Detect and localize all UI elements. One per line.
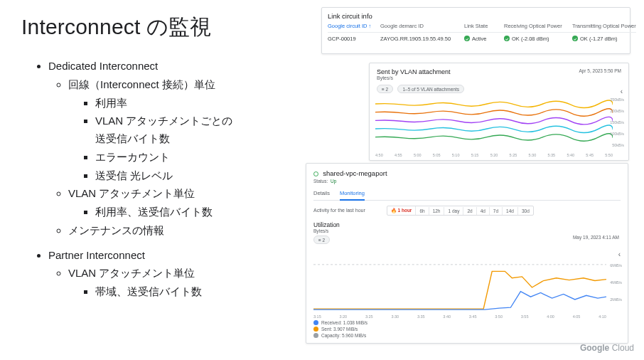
timestamp: May 19, 2023 4:11 AM — [573, 235, 619, 240]
link-circuit-info-card: Link circuit info Google circuit ID ↑ Go… — [321, 7, 630, 54]
range-option[interactable]: 6h — [416, 207, 429, 215]
text: Partner Interconnect — [48, 249, 145, 261]
card-title: Link circuit info — [328, 12, 624, 20]
slide-title: Interconnect の監視 — [21, 13, 212, 42]
y-tick: 6MiB/s — [610, 263, 622, 268]
vlan-chart — [375, 99, 613, 149]
range-option[interactable]: 4d — [477, 207, 490, 215]
status-dot-icon — [313, 171, 318, 176]
x-tick: 5:15 — [471, 153, 479, 157]
chevron-left-icon[interactable]: ‹ — [621, 88, 623, 95]
text: VLAN アタッチメント単位 — [68, 267, 195, 279]
text: OK (-2.08 dBm) — [512, 36, 549, 42]
text: Cloud — [612, 343, 634, 353]
x-tick: 4:10 — [599, 314, 606, 319]
tab-monitoring[interactable]: Monitoring — [340, 188, 365, 201]
y-tick: 2MiB/s — [610, 297, 622, 302]
range-option[interactable]: 12h — [429, 207, 445, 215]
x-tick: 5:10 — [452, 153, 460, 157]
google-cloud-logo: Google Cloud — [580, 343, 634, 353]
graph-title: Utilization — [313, 221, 621, 228]
x-tick: 3:55 — [521, 314, 529, 319]
cell-tx: OK (-1.27 dBm) — [572, 36, 636, 42]
col-tx-power[interactable]: Transmitting Optical Power — [572, 23, 636, 29]
y-tick: 250kB/s — [610, 97, 624, 102]
legend-item: Capacity: 5.960 MiB/s — [313, 332, 367, 339]
chevron-left-icon[interactable]: ‹ — [618, 250, 621, 258]
col-rx-power[interactable]: Receiving Optical Power — [504, 23, 572, 29]
check-icon — [504, 36, 510, 41]
item: VLAN アタッチメントごとの 送受信バイト数 — [95, 112, 306, 148]
text: Google — [580, 343, 609, 353]
y-tick: 200kB/s — [610, 109, 624, 113]
legend-item: Sent: 3.907 MiB/s — [313, 326, 367, 332]
item: エラーカウント — [95, 149, 306, 166]
col-circuit-id[interactable]: Google circuit ID ↑ — [328, 23, 380, 29]
resource-header: shared-vpc-megaport — [313, 169, 621, 177]
filter-button[interactable]: ≡ 2 — [313, 235, 330, 244]
x-tick: 4:55 — [395, 153, 402, 157]
tab-details[interactable]: Details — [313, 188, 330, 200]
x-tick: 3:50 — [495, 314, 503, 319]
x-tick: 5:45 — [586, 153, 594, 157]
x-tick: 3:25 — [365, 314, 373, 319]
range-option[interactable]: 🔥 1 hour — [387, 206, 417, 215]
x-tick: 5:00 — [414, 153, 422, 157]
x-tick: 5:30 — [529, 153, 537, 157]
range-option[interactable]: 7d — [490, 207, 503, 215]
range-option[interactable]: 2d — [463, 207, 476, 215]
x-tick: 5:50 — [605, 153, 613, 157]
text: OK (-1.27 dBm) — [580, 36, 618, 42]
legend-item: Received: 1.038 MiB/s — [313, 319, 367, 326]
check-icon — [572, 36, 578, 41]
sub-bullet: VLAN アタッチメント単位 利用率、送受信バイト数 — [68, 185, 306, 221]
bullet-dedicated: Dedicated Interconnect 回線（Interconnect 接… — [48, 58, 306, 240]
legend: Received: 1.038 MiB/sSent: 3.907 MiB/sCa… — [313, 319, 367, 339]
cell-link-state: Active — [464, 36, 504, 42]
cell-rx: OK (-2.08 dBm) — [504, 36, 572, 42]
item: 送受信 光レベル — [95, 167, 306, 185]
sub-bullet: メンテナンスの情報 — [68, 222, 306, 240]
cell-demarc-id: ZAYOG.RR.1905.19.55.49.50 — [380, 36, 464, 42]
range-option[interactable]: 30d — [518, 207, 533, 215]
resource-name: shared-vpc-megaport — [323, 169, 387, 177]
slide-body: Dedicated Interconnect 回線（Interconnect 接… — [36, 57, 306, 302]
legend-label: Capacity: 5.960 MiB/s — [321, 333, 366, 338]
col-link-state[interactable]: Link State — [464, 23, 504, 29]
sub-bullet: VLAN アタッチメント単位 帯域、送受信バイト数 — [68, 265, 306, 301]
time-range[interactable]: 🔥 1 hour6h12h1 day2d4d7d14d30d — [387, 206, 534, 216]
tabs: Details Monitoring — [313, 188, 621, 201]
x-axis: 3:153:203:253:303:353:403:453:503:554:00… — [313, 314, 606, 319]
x-tick: 3:40 — [443, 314, 451, 319]
x-tick: 3:35 — [417, 314, 425, 319]
filter-button[interactable]: ≡ 2 — [377, 85, 393, 93]
legend-dot-icon — [313, 333, 318, 338]
timestamp: Apr 5, 2023 5:50 PM — [579, 68, 621, 73]
x-tick: 5:25 — [510, 153, 517, 157]
legend-dot-icon — [313, 327, 318, 332]
unit-label: Bytes/s — [377, 75, 621, 80]
status-line: Status: Up — [313, 179, 621, 184]
y-tick: 100kB/s — [610, 132, 624, 136]
x-tick: 4:50 — [375, 153, 383, 157]
legend-dot-icon — [313, 320, 318, 325]
x-tick: 5:20 — [490, 153, 498, 157]
item: 利用率 — [95, 95, 306, 112]
sent-by-vlan-card: Sent by VLAN attachment Bytes/s Apr 5, 2… — [369, 63, 629, 161]
col-demarc-id[interactable]: Google demarc ID — [380, 23, 464, 29]
activity-row: Activity for the last hour 🔥 1 hour6h12h… — [313, 206, 621, 216]
monitoring-card: shared-vpc-megaport Status: Up Details M… — [306, 163, 628, 344]
check-icon — [464, 36, 470, 41]
x-tick: 3:15 — [313, 314, 321, 319]
cell-circuit-id[interactable]: GCP-00019 — [328, 36, 380, 42]
y-tick: 50kB/s — [612, 143, 624, 147]
text: Active — [472, 36, 486, 42]
range-option[interactable]: 14d — [503, 207, 518, 215]
range-option[interactable]: 1 day — [444, 207, 463, 215]
utilization-chart — [313, 263, 606, 310]
y-tick: 150kB/s — [610, 120, 624, 125]
item: 利用率、送受信バイト数 — [95, 203, 306, 221]
x-tick: 5:40 — [567, 153, 574, 157]
text: Status: — [313, 179, 328, 184]
activity-label: Activity for the last hour — [313, 208, 365, 213]
